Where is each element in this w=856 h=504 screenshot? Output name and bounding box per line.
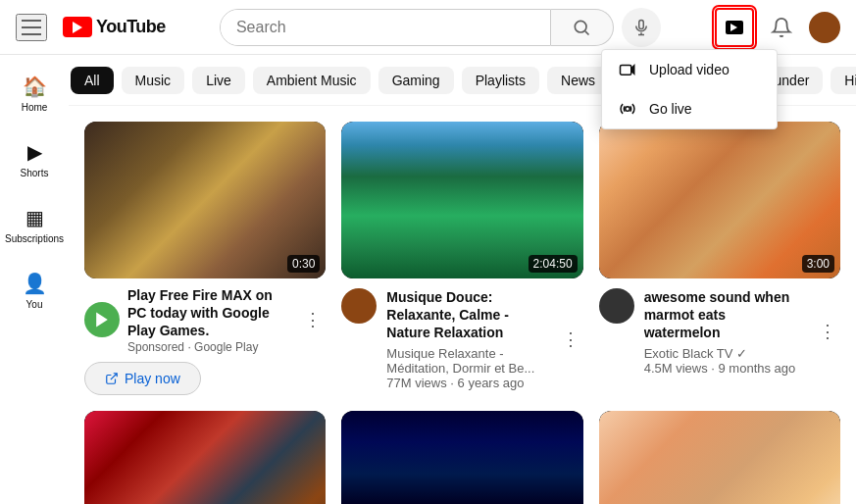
youtube-logo-icon xyxy=(63,17,92,37)
upload-video-label: Upload video xyxy=(649,62,730,77)
video-card-v6[interactable]: Dance Performance - Summer Vibes Dance S… xyxy=(599,411,840,504)
card-text: awesome sound when marmot eats watermelo… xyxy=(644,288,805,376)
card-channel: Musique Relaxante - Méditation, Dormir e… xyxy=(386,346,547,376)
video-upload-icon xyxy=(618,60,637,79)
svg-rect-2 xyxy=(639,20,644,28)
duration-badge: 2:04:50 xyxy=(529,255,578,273)
go-live-icon xyxy=(618,99,637,119)
search-icon xyxy=(572,18,591,37)
card-info: Musique Douce: Relaxante, Calme - Nature… xyxy=(341,288,582,390)
more-options-button[interactable]: ⋮ xyxy=(558,288,583,390)
home-icon: 🏠 xyxy=(23,75,47,98)
subscriptions-icon: ▦ xyxy=(25,206,44,229)
card-text: Musique Douce: Relaxante, Calme - Nature… xyxy=(386,288,547,390)
category-news[interactable]: News xyxy=(547,67,609,94)
avatar[interactable] xyxy=(809,12,840,43)
duration-badge: 0:30 xyxy=(287,255,320,273)
sidebar-label-shorts: Shorts xyxy=(21,168,49,178)
video-card-v3[interactable]: 3:00 awesome sound when marmot eats wate… xyxy=(599,122,840,395)
main-content: 0:30 Play Free Fire MAX on PC today with… xyxy=(69,106,856,504)
sidebar-item-subscriptions[interactable]: ▦Subscriptions xyxy=(0,194,69,256)
sidebar-label-you: You xyxy=(26,299,43,310)
create-icon xyxy=(726,21,743,34)
search-bar xyxy=(220,8,661,47)
header: YouTube xyxy=(0,0,856,55)
sidebar: 🏠Home▶Shorts▦Subscriptions👤You xyxy=(0,55,69,504)
you-icon: 👤 xyxy=(23,272,47,295)
svg-point-5 xyxy=(626,107,630,112)
thumb-wrap: 3:00 xyxy=(599,122,840,278)
ad-avatar xyxy=(84,302,120,337)
more-options-button[interactable]: ⋮ xyxy=(815,288,840,376)
search-input-wrap xyxy=(220,9,551,46)
bell-icon xyxy=(771,17,792,38)
category-live[interactable]: Live xyxy=(192,67,245,94)
category-all[interactable]: All xyxy=(71,67,114,94)
thumb-wrap: 12:06:19 xyxy=(341,411,582,504)
card-channel: Exotic Black TV ✓ xyxy=(644,346,805,361)
svg-marker-6 xyxy=(96,313,108,328)
upload-video-item[interactable]: Upload video xyxy=(602,50,777,89)
more-options-button[interactable]: ⋮ xyxy=(300,309,326,330)
ad-sponsored: Sponsored · Google Play xyxy=(127,340,292,354)
card-meta: 77M views · 6 years ago xyxy=(386,376,547,390)
shorts-icon: ▶ xyxy=(27,140,42,164)
duration-badge: 3:00 xyxy=(802,255,834,273)
mic-icon xyxy=(632,19,650,36)
category-gaming[interactable]: Gaming xyxy=(378,67,454,94)
video-grid: 0:30 Play Free Fire MAX on PC today with… xyxy=(84,122,840,504)
video-card-v4[interactable]: 8:00:29 Spider-Man lo-fi beats Marvel Mu… xyxy=(84,411,326,504)
thumb-wrap xyxy=(599,411,840,504)
youtube-logo[interactable]: YouTube xyxy=(63,17,166,37)
video-card-v1[interactable]: 0:30 Play Free Fire MAX on PC today with… xyxy=(84,122,326,395)
svg-line-1 xyxy=(585,30,589,34)
ad-info: Play Free Fire MAX on PC today with Goog… xyxy=(84,286,326,354)
category-history[interactable]: History xyxy=(831,67,856,94)
card-title: Musique Douce: Relaxante, Calme - Nature… xyxy=(386,288,547,342)
create-button[interactable] xyxy=(715,8,754,47)
svg-rect-3 xyxy=(621,66,631,76)
go-live-item[interactable]: Go live xyxy=(602,89,777,128)
sidebar-label-home: Home xyxy=(22,102,48,113)
menu-button[interactable] xyxy=(16,14,47,41)
channel-avatar xyxy=(599,288,634,324)
category-music[interactable]: Music xyxy=(122,67,185,94)
card-meta: 4.5M views · 9 months ago xyxy=(644,361,805,376)
play-now-button[interactable]: Play now xyxy=(84,362,201,395)
card-title: awesome sound when marmot eats watermelo… xyxy=(644,288,805,342)
notifications-button[interactable] xyxy=(762,8,801,47)
mic-button[interactable] xyxy=(622,8,661,47)
search-input[interactable] xyxy=(221,10,550,45)
header-left: YouTube xyxy=(16,14,166,41)
create-dropdown: Upload video Go live xyxy=(601,49,778,129)
sidebar-label-subscriptions: Subscriptions xyxy=(5,233,64,244)
logo-text: YouTube xyxy=(96,17,166,37)
sidebar-item-home[interactable]: 🏠Home xyxy=(0,63,69,125)
channel-avatar xyxy=(341,288,377,324)
thumb-wrap: 0:30 xyxy=(84,122,326,278)
ad-title: Play Free Fire MAX on PC today with Goog… xyxy=(127,286,292,340)
svg-point-0 xyxy=(576,21,587,32)
category-ambient-music[interactable]: Ambient Music xyxy=(253,67,371,94)
video-card-v2[interactable]: 2:04:50 Musique Douce: Relaxante, Calme … xyxy=(341,122,582,395)
sidebar-item-shorts[interactable]: ▶Shorts xyxy=(0,128,69,190)
ad-details: Play Free Fire MAX on PC today with Goog… xyxy=(127,286,292,354)
search-button[interactable] xyxy=(551,9,614,46)
go-live-label: Go live xyxy=(649,101,692,117)
category-playlists[interactable]: Playlists xyxy=(462,67,539,94)
thumb-wrap: 8:00:29 xyxy=(84,411,326,504)
header-right xyxy=(715,8,840,47)
video-card-v5[interactable]: 12:06:19 Dark Ambient Music - Deep Space… xyxy=(341,411,582,504)
thumb-wrap: 2:04:50 xyxy=(341,122,582,278)
sidebar-item-you[interactable]: 👤You xyxy=(0,260,69,322)
card-info: awesome sound when marmot eats watermelo… xyxy=(599,288,840,376)
external-link-icon xyxy=(105,372,119,385)
